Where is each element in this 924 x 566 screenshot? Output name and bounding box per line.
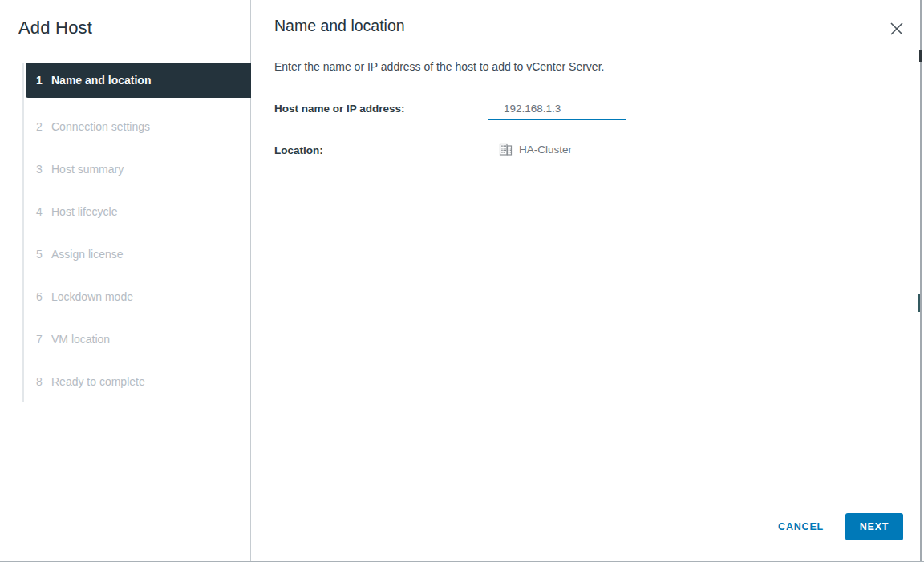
step-host-summary[interactable]: 3 Host summary: [0, 148, 251, 190]
step-lockdown-mode[interactable]: 6 Lockdown mode: [0, 275, 251, 317]
step-number: 8: [36, 375, 51, 388]
step-label: Lockdown mode: [51, 290, 133, 303]
location-row: Location:: [274, 142, 626, 156]
step-number: 3: [36, 163, 51, 176]
step-label: Assign license: [51, 248, 124, 261]
next-button[interactable]: NEXT: [845, 513, 903, 540]
step-name-and-location[interactable]: 1 Name and location: [26, 63, 251, 98]
step-number: 5: [36, 248, 51, 261]
wizard-footer: CANCEL NEXT: [778, 513, 903, 540]
step-number: 1: [36, 74, 51, 87]
step-label: Connection settings: [51, 120, 150, 133]
add-host-wizard-dialog: Add Host 1 Name and location 2 Connectio…: [0, 0, 924, 562]
location-label: Location:: [274, 142, 488, 156]
cluster-icon: [499, 143, 513, 156]
wizard-steps-list: 1 Name and location 2 Connection setting…: [0, 63, 251, 402]
step-connection-settings[interactable]: 2 Connection settings: [0, 105, 251, 148]
step-number: 4: [36, 205, 51, 218]
close-icon: [890, 26, 904, 38]
step-number: 2: [36, 120, 51, 133]
step-number: 7: [36, 333, 51, 346]
page-description: Enter the name or IP address of the host…: [274, 60, 604, 73]
step-label: Name and location: [51, 74, 151, 87]
wizard-content-pane: Name and location Enter the name or IP a…: [252, 0, 924, 561]
step-vm-location[interactable]: 7 VM location: [0, 317, 251, 360]
wizard-sidebar: Add Host 1 Name and location 2 Connectio…: [0, 0, 251, 561]
step-label: Ready to complete: [51, 375, 145, 388]
scrollbar-thumb[interactable]: [918, 294, 920, 312]
step-assign-license[interactable]: 5 Assign license: [0, 232, 251, 275]
step-host-lifecycle[interactable]: 4 Host lifecycle: [0, 190, 251, 232]
host-form: Host name or IP address: Location:: [274, 100, 626, 175]
window-edge-mark: [919, 50, 922, 62]
cancel-button[interactable]: CANCEL: [778, 521, 824, 532]
host-name-label: Host name or IP address:: [274, 100, 488, 115]
location-name: HA-Cluster: [519, 144, 572, 156]
host-name-row: Host name or IP address:: [274, 100, 626, 120]
wizard-title: Add Host: [18, 18, 92, 38]
close-button[interactable]: [889, 22, 905, 38]
location-value: HA-Cluster: [499, 142, 572, 156]
host-name-input[interactable]: [488, 100, 626, 120]
step-number: 6: [36, 290, 51, 303]
step-label: VM location: [51, 333, 110, 346]
step-label: Host summary: [51, 163, 124, 176]
window-edge-divider: [920, 0, 922, 561]
step-label: Host lifecycle: [51, 205, 117, 218]
step-ready-to-complete[interactable]: 8 Ready to complete: [0, 360, 251, 402]
page-title: Name and location: [274, 17, 405, 35]
